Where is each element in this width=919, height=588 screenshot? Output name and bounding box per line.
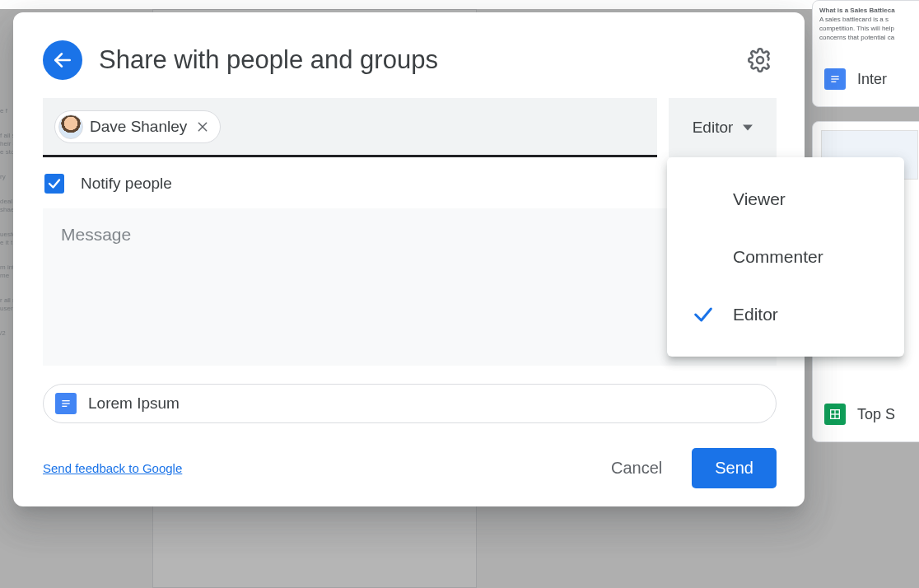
settings-button[interactable]: [744, 44, 777, 77]
dialog-header: Share with people and groups: [43, 40, 777, 80]
check-icon: [47, 176, 62, 191]
notify-checkbox[interactable]: [44, 174, 64, 194]
role-option-label: Editor: [733, 305, 778, 324]
attachment-chip[interactable]: Lorem Ipsum: [43, 384, 777, 423]
svg-rect-11: [62, 403, 69, 404]
message-placeholder: Message: [61, 225, 131, 244]
notify-label: Notify people: [81, 175, 172, 193]
role-option-label: Viewer: [733, 189, 786, 209]
role-dropdown-menu: Viewer Commenter Editor: [667, 157, 904, 357]
people-input[interactable]: Dave Shanley: [43, 98, 657, 157]
role-dropdown-button[interactable]: Editor: [669, 98, 777, 157]
bg-card-preview: What is a Sales Battleca A sales battlec…: [813, 1, 919, 58]
back-arrow-icon: [52, 49, 73, 71]
person-chip-name: Dave Shanley: [90, 118, 187, 136]
person-chip[interactable]: Dave Shanley: [54, 110, 221, 143]
caret-down-icon: [743, 124, 753, 132]
bg-side-card: What is a Sales Battleca A sales battlec…: [812, 0, 919, 107]
svg-rect-12: [62, 406, 67, 407]
role-option-label: Commenter: [733, 247, 823, 267]
svg-rect-10: [62, 400, 69, 401]
feedback-link[interactable]: Send feedback to Google: [43, 461, 182, 475]
share-row: Dave Shanley Editor: [43, 98, 777, 157]
docs-icon: [55, 393, 77, 414]
dialog-footer: Send feedback to Google Cancel Send: [43, 425, 777, 488]
back-button[interactable]: [43, 40, 82, 80]
role-dropdown-label: Editor: [693, 119, 734, 137]
role-option-editor[interactable]: Editor: [667, 286, 904, 343]
dialog-title: Share with people and groups: [99, 45, 727, 75]
bg-side-item-label: Inter: [857, 71, 887, 88]
cancel-button[interactable]: Cancel: [593, 449, 680, 488]
bg-top-strip: [0, 0, 919, 9]
bg-side-item-label: Top S: [857, 406, 895, 423]
check-slot: [692, 303, 733, 326]
sheets-icon: [824, 404, 846, 425]
attachment-label: Lorem Ipsum: [88, 394, 180, 413]
svg-rect-2: [831, 82, 836, 82]
avatar: [58, 114, 83, 139]
role-option-commenter[interactable]: Commenter: [667, 228, 904, 286]
chip-remove-button[interactable]: [194, 118, 212, 136]
check-icon: [692, 303, 715, 326]
role-option-viewer[interactable]: Viewer: [667, 170, 904, 228]
send-button[interactable]: Send: [692, 448, 777, 488]
bg-side-item[interactable]: Inter: [813, 58, 919, 100]
bg-side-item[interactable]: Top S: [813, 394, 919, 435]
docs-icon: [824, 68, 846, 90]
close-icon: [196, 120, 209, 133]
svg-point-7: [757, 57, 763, 63]
svg-rect-0: [831, 76, 838, 77]
gear-icon: [748, 48, 772, 72]
svg-rect-1: [831, 78, 838, 79]
